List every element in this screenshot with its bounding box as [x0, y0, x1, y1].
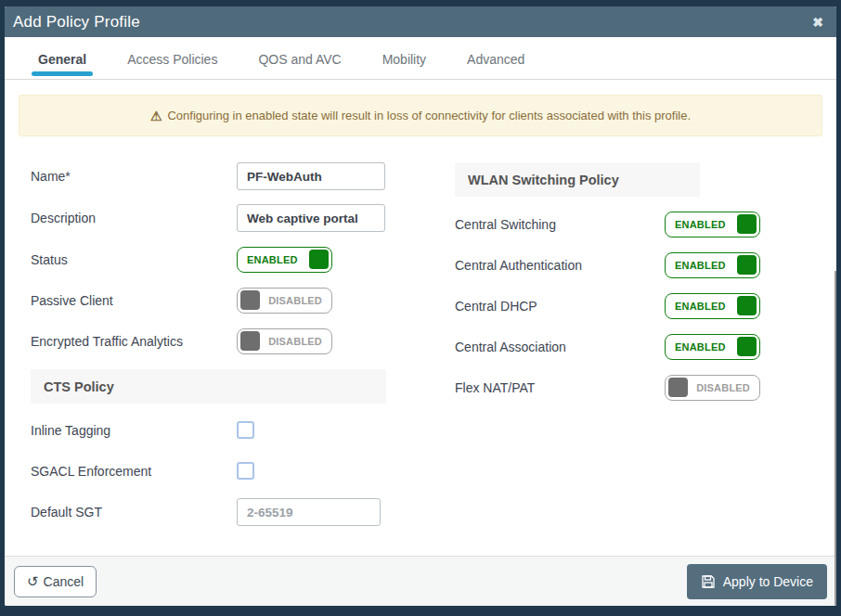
tab-mobility[interactable]: Mobility: [380, 52, 429, 79]
tab-qos-and-avc[interactable]: QOS and AVC: [255, 52, 343, 79]
central-dhcp-row: Central DHCP ENABLED: [455, 292, 810, 319]
dialog-title: Add Policy Profile: [13, 13, 140, 32]
warning-banner: ⚠ Configuring in enabled state will resu…: [19, 95, 822, 136]
central-authentication-toggle[interactable]: ENABLED: [665, 252, 760, 278]
passive-client-row: Passive Client DISABLED: [31, 287, 386, 314]
dialog-header: Add Policy Profile ✖: [5, 6, 836, 37]
undo-icon: ↺: [27, 574, 39, 588]
sgacl-enforcement-label: SGACL Enforcement: [31, 464, 237, 479]
toggle-state-label: DISABLED: [262, 295, 329, 306]
flex-nat-pat-row: Flex NAT/PAT DISABLED: [455, 374, 810, 401]
toggle-knob: [737, 296, 757, 315]
toggle-state-label: ENABLED: [668, 219, 732, 230]
central-authentication-row: Central Authentication ENABLED: [455, 251, 810, 278]
toggle-state-label: DISABLED: [262, 336, 329, 347]
right-column: WLAN Switching Policy Central Switching …: [455, 162, 810, 556]
wlan-switching-policy-section-header: WLAN Switching Policy: [455, 162, 700, 197]
section-title: CTS Policy: [44, 379, 114, 394]
tab-bar: General Access Policies QOS and AVC Mobi…: [5, 37, 836, 80]
warning-icon: ⚠: [150, 109, 162, 123]
toggle-knob: [668, 378, 688, 397]
tab-access-policies[interactable]: Access Policies: [124, 52, 220, 79]
tab-general[interactable]: General: [35, 52, 89, 79]
default-sgt-row: Default SGT: [31, 498, 386, 526]
central-association-label: Central Association: [455, 340, 665, 354]
toggle-state-label: ENABLED: [240, 254, 304, 265]
toggle-knob: [737, 337, 757, 356]
central-association-row: Central Association ENABLED: [455, 333, 810, 360]
inline-tagging-row: Inline Tagging: [31, 417, 386, 443]
inline-tagging-checkbox[interactable]: [237, 421, 254, 439]
warning-text: Configuring in enabled state will result…: [167, 109, 691, 122]
encrypted-traffic-analytics-toggle[interactable]: DISABLED: [237, 328, 332, 354]
cancel-button-label: Cancel: [44, 574, 84, 589]
toggle-state-label: ENABLED: [668, 301, 732, 312]
encrypted-traffic-analytics-label: Encrypted Traffic Analytics: [31, 334, 237, 349]
tab-advanced[interactable]: Advanced: [464, 52, 527, 79]
central-authentication-label: Central Authentication: [455, 258, 665, 273]
encrypted-traffic-analytics-row: Encrypted Traffic Analytics DISABLED: [31, 327, 386, 354]
save-icon: [701, 574, 723, 589]
central-association-toggle[interactable]: ENABLED: [665, 334, 760, 360]
inline-tagging-label: Inline Tagging: [31, 423, 237, 438]
toggle-knob: [737, 214, 757, 234]
name-input[interactable]: [237, 162, 385, 190]
sgacl-enforcement-checkbox[interactable]: [237, 462, 254, 480]
toggle-state-label: ENABLED: [668, 341, 732, 353]
passive-client-toggle[interactable]: DISABLED: [237, 288, 332, 314]
flex-nat-pat-label: Flex NAT/PAT: [455, 380, 665, 395]
flex-nat-pat-toggle[interactable]: DISABLED: [665, 375, 760, 401]
status-toggle[interactable]: ENABLED: [237, 247, 332, 273]
add-policy-profile-dialog: Add Policy Profile ✖ General Access Poli…: [5, 6, 836, 606]
central-dhcp-label: Central DHCP: [455, 299, 665, 314]
apply-button-label: Apply to Device: [723, 574, 813, 589]
sgacl-enforcement-row: SGACL Enforcement: [31, 457, 386, 484]
toggle-knob: [240, 290, 260, 310]
form-area: Name* Description Status ENABLED Passive…: [5, 136, 836, 556]
default-sgt-label: Default SGT: [31, 505, 237, 520]
central-dhcp-toggle[interactable]: ENABLED: [665, 293, 760, 319]
close-icon[interactable]: ✖: [812, 16, 823, 29]
toggle-state-label: DISABLED: [690, 382, 757, 393]
apply-to-device-button[interactable]: Apply to Device: [687, 564, 827, 599]
default-sgt-input[interactable]: [237, 498, 381, 526]
section-title: WLAN Switching Policy: [468, 173, 619, 187]
passive-client-label: Passive Client: [31, 293, 237, 308]
status-label: Status: [31, 252, 237, 267]
central-switching-toggle[interactable]: ENABLED: [665, 212, 760, 237]
description-label: Description: [31, 211, 237, 225]
left-column: Name* Description Status ENABLED Passive…: [31, 162, 386, 556]
toggle-knob: [309, 250, 329, 269]
toggle-state-label: ENABLED: [668, 260, 732, 271]
status-row: Status ENABLED: [31, 246, 386, 273]
cts-policy-section-header: CTS Policy: [31, 369, 386, 404]
toggle-knob: [737, 255, 757, 275]
description-row: Description: [31, 204, 386, 232]
cancel-button[interactable]: ↺ Cancel: [14, 566, 97, 597]
name-label: Name*: [31, 169, 237, 184]
name-row: Name*: [31, 162, 386, 190]
toggle-knob: [240, 331, 260, 351]
scrollbar[interactable]: [835, 271, 836, 606]
description-input[interactable]: [237, 204, 385, 232]
central-switching-label: Central Switching: [455, 217, 665, 232]
central-switching-row: Central Switching ENABLED: [455, 211, 810, 237]
dialog-footer: ↺ Cancel Apply to Device: [5, 556, 836, 606]
